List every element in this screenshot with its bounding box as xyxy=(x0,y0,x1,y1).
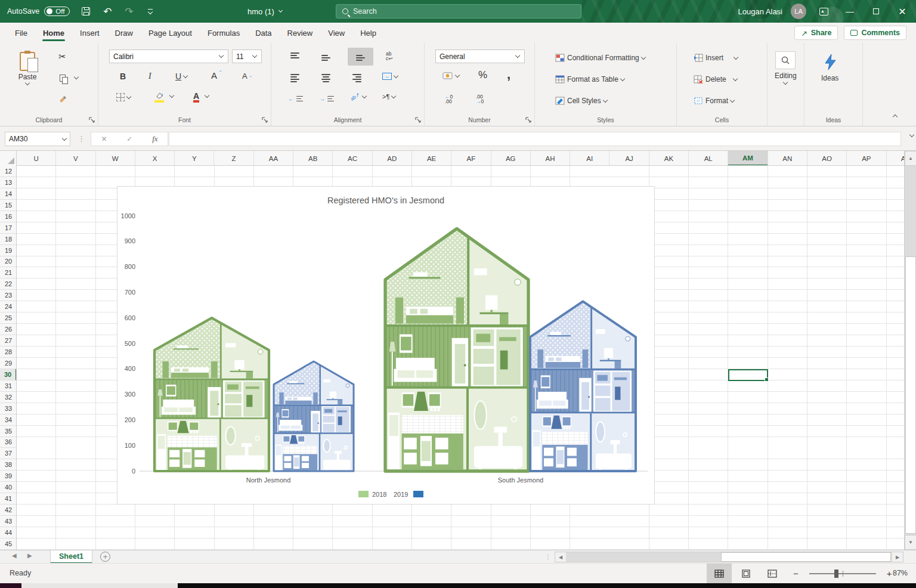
house-bar-2018-north-jesmond[interactable] xyxy=(154,318,269,471)
column-header-AG[interactable]: AG xyxy=(491,151,531,165)
search-box[interactable]: Search xyxy=(336,4,581,18)
italic-button[interactable]: I xyxy=(146,70,154,82)
legend-label-2018[interactable]: 2018 xyxy=(372,491,386,498)
next-sheet-button[interactable]: ▶ xyxy=(24,552,36,559)
column-header-AP[interactable]: AP xyxy=(847,151,886,165)
text-direction-button[interactable]: >¶ xyxy=(380,93,398,100)
row-header-23[interactable]: 23 xyxy=(0,290,17,301)
row-header-17[interactable]: 17 xyxy=(0,222,17,234)
font-size-select[interactable]: 11 xyxy=(232,49,262,63)
row-header-24[interactable]: 24 xyxy=(0,301,17,312)
name-box[interactable]: AM30 xyxy=(5,132,70,146)
cancel-formula-button[interactable]: ✕ xyxy=(97,134,110,144)
save-button[interactable] xyxy=(81,6,91,17)
row-header-13[interactable]: 13 xyxy=(0,177,17,188)
column-header-X[interactable]: X xyxy=(135,151,175,165)
wrap-text-button[interactable]: abc↩ xyxy=(383,50,395,62)
new-sheet-button[interactable]: + xyxy=(100,552,110,562)
house-bar-2018-south-jesmond[interactable] xyxy=(385,228,528,471)
row-header-20[interactable]: 20 xyxy=(0,256,17,268)
horizontal-scrollbar[interactable]: ◀ ▶ xyxy=(555,552,903,562)
column-header-AE[interactable]: AE xyxy=(412,151,451,165)
tab-formulas[interactable]: Formulas xyxy=(201,25,246,41)
number-format-select[interactable]: General xyxy=(435,49,525,63)
align-left-button[interactable] xyxy=(288,73,302,83)
row-header-27[interactable]: 27 xyxy=(0,335,17,346)
borders-button[interactable] xyxy=(114,92,133,103)
row-header-22[interactable]: 22 xyxy=(0,278,17,290)
align-center-button[interactable] xyxy=(319,73,333,83)
column-header-AB[interactable]: AB xyxy=(293,151,333,165)
namebox-splitter[interactable]: ⋮ xyxy=(78,134,85,143)
column-header-U[interactable]: U xyxy=(17,151,56,165)
insert-cells-button[interactable]: Insert xyxy=(691,52,740,63)
vertical-scroll-thumb[interactable] xyxy=(905,256,916,534)
house-bar-2019-north-jesmond[interactable] xyxy=(274,361,354,471)
column-header-AC[interactable]: AC xyxy=(333,151,372,165)
row-header-30[interactable]: 30 xyxy=(0,369,17,380)
align-right-button[interactable] xyxy=(350,73,364,83)
paste-button[interactable]: Paste xyxy=(13,49,42,116)
close-button[interactable]: ✕ xyxy=(893,2,911,20)
page-layout-view-button[interactable] xyxy=(734,564,759,583)
decrease-font-size-button[interactable]: Aˇ xyxy=(240,69,254,82)
increase-decimal-button[interactable]: ←0.00 xyxy=(442,93,455,105)
font-color-button[interactable]: A xyxy=(191,91,211,101)
row-header-42[interactable]: 42 xyxy=(0,505,17,516)
expand-formula-bar-button[interactable] xyxy=(909,132,914,137)
normal-view-button[interactable] xyxy=(707,564,732,583)
select-all-corner[interactable] xyxy=(0,151,17,166)
ribbon-display-options-button[interactable] xyxy=(815,2,833,20)
zoom-out-button[interactable]: − xyxy=(790,568,802,579)
insert-function-button[interactable]: fx xyxy=(148,134,161,144)
column-header-AH[interactable]: AH xyxy=(531,151,570,165)
cell-styles-button[interactable]: Cell Styles xyxy=(553,95,609,106)
row-header-31[interactable]: 31 xyxy=(0,380,17,392)
row-header-34[interactable]: 34 xyxy=(0,414,17,426)
undo-button[interactable]: ↶ xyxy=(102,6,113,17)
formula-input[interactable] xyxy=(169,132,901,146)
row-header-29[interactable]: 29 xyxy=(0,358,17,369)
number-dialog-launcher[interactable] xyxy=(525,117,531,123)
row-header-18[interactable]: 18 xyxy=(0,234,17,245)
row-header-15[interactable]: 15 xyxy=(0,200,17,211)
conditional-formatting-button[interactable]: Conditional Formatting xyxy=(553,52,648,63)
tab-review[interactable]: Review xyxy=(281,25,320,41)
middle-align-button[interactable] xyxy=(319,51,333,62)
row-header-32[interactable]: 32 xyxy=(0,392,17,403)
scroll-down-button[interactable]: ▼ xyxy=(905,535,916,550)
decrease-indent-button[interactable]: ← xyxy=(286,94,305,103)
format-painter-button[interactable] xyxy=(55,93,70,106)
column-header-AL[interactable]: AL xyxy=(689,151,728,165)
sheet-tab-sheet1[interactable]: Sheet1 xyxy=(50,550,92,564)
row-header-16[interactable]: 16 xyxy=(0,211,17,222)
column-header-AK[interactable]: AK xyxy=(649,151,689,165)
tab-page-layout[interactable]: Page Layout xyxy=(142,25,199,41)
scrollbar-splitter[interactable]: ⋮ xyxy=(545,553,552,560)
increase-indent-button[interactable]: → xyxy=(317,94,336,103)
column-header-AI[interactable]: AI xyxy=(570,151,609,165)
row-header-14[interactable]: 14 xyxy=(0,188,17,200)
minimize-button[interactable]: — xyxy=(841,2,859,20)
column-header-Z[interactable]: Z xyxy=(214,151,253,165)
row-header-41[interactable]: 41 xyxy=(0,493,17,505)
column-header-AJ[interactable]: AJ xyxy=(609,151,649,165)
previous-sheet-button[interactable]: ◀ xyxy=(8,552,20,559)
tab-insert[interactable]: Insert xyxy=(73,25,106,41)
row-header-37[interactable]: 37 xyxy=(0,448,17,459)
percent-style-button[interactable]: % xyxy=(476,68,490,82)
enter-formula-button[interactable]: ✓ xyxy=(123,134,136,144)
merge-center-button[interactable]: ↔ xyxy=(380,72,400,81)
column-header-AA[interactable]: AA xyxy=(254,151,293,165)
autosave-toggle[interactable]: AutoSave Off xyxy=(7,7,70,16)
clipboard-dialog-launcher[interactable] xyxy=(89,117,95,123)
column-header-W[interactable]: W xyxy=(96,151,135,165)
column-header-AD[interactable]: AD xyxy=(373,151,412,165)
row-header-36[interactable]: 36 xyxy=(0,437,17,448)
selected-cell-AM30[interactable] xyxy=(728,369,768,381)
cut-button[interactable]: ✂ xyxy=(55,50,70,63)
row-header-26[interactable]: 26 xyxy=(0,324,17,335)
zoom-slider-thumb[interactable] xyxy=(834,570,838,578)
column-header-AQ[interactable]: AQ xyxy=(887,151,904,165)
share-button[interactable]: ↗Share xyxy=(794,26,838,40)
